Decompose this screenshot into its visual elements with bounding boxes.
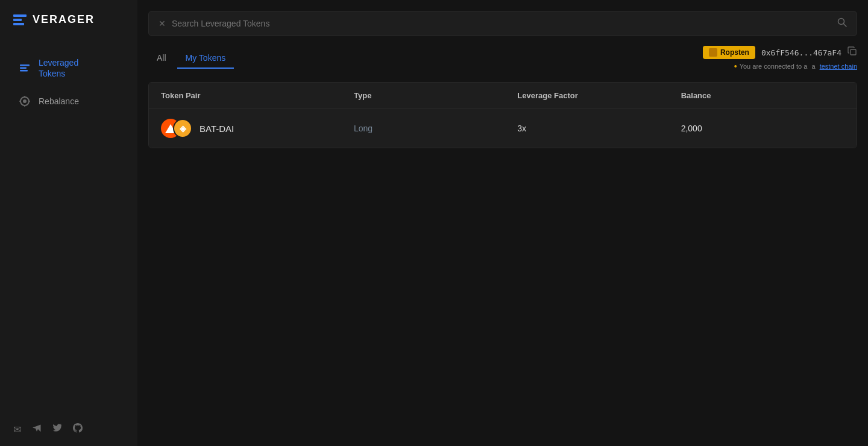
sidebar-item-label-leveraged-tokens: LeveragedTokens [39,57,78,79]
logo-area: VERAGER [0,0,137,43]
app-name: VERAGER [33,13,95,26]
tab-my-tokens[interactable]: My Tokens [177,48,234,69]
svg-rect-2 [20,70,28,72]
network-badge: Ropsten [703,46,755,59]
dai-icon [173,119,192,138]
copy-icon[interactable] [848,46,857,58]
main-content: ✕ All My Tokens Ropsten 0x6fF [137,0,868,446]
sidebar-item-rebalance[interactable]: Rebalance [5,87,133,115]
header-leverage-factor: Leverage Factor [517,91,681,100]
sidebar-item-leveraged-tokens[interactable]: LeveragedTokens [5,50,133,86]
github-icon[interactable] [73,423,83,435]
wallet-address: 0x6fF546...467aF4 [761,48,841,57]
rebalance-icon [18,95,31,108]
tabs: All My Tokens [148,48,234,69]
tabs-wallet-row: All My Tokens Ropsten 0x6fF546...467aF4 [137,36,868,71]
svg-rect-1 [20,68,27,69]
header-balance: Balance [681,91,844,100]
header-token-pair: Token Pair [161,91,354,100]
token-icons [161,118,192,139]
sidebar-item-label-rebalance: Rebalance [39,96,79,106]
search-close-icon[interactable]: ✕ [159,19,166,28]
sidebar: VERAGER LeveragedTokens [0,0,137,446]
tokens-table: Token Pair Type Leverage Factor Balance … [148,82,857,148]
svg-point-4 [23,99,27,103]
sidebar-footer: ✉ [0,412,137,446]
testnet-notice: • You are connected to a a testnet chain [734,61,857,71]
svg-rect-7 [851,49,856,55]
testnet-link[interactable]: testnet chain [820,63,857,70]
tab-all[interactable]: All [148,48,175,69]
search-bar[interactable]: ✕ [148,11,857,36]
leverage-cell: 3x [517,124,681,133]
table-header: Token Pair Type Leverage Factor Balance [149,83,857,109]
search-icon [837,17,847,30]
sidebar-nav: LeveragedTokens Rebalance [0,43,137,412]
type-cell: Long [354,124,517,133]
table-row[interactable]: BAT-DAI Long 3x 2,000 [149,109,857,148]
svg-rect-0 [20,64,30,66]
testnet-dot: • [734,61,737,71]
token-pair-cell: BAT-DAI [161,118,354,139]
balance-cell: 2,000 [681,124,844,133]
logo-icon [13,14,27,25]
token-pair-name: BAT-DAI [200,124,234,134]
telegram-icon[interactable] [32,424,42,435]
wallet-top: Ropsten 0x6fF546...467aF4 [703,46,857,59]
email-icon[interactable]: ✉ [13,424,21,435]
leveraged-tokens-icon [18,61,31,75]
search-input[interactable] [172,19,831,28]
twitter-icon[interactable] [52,423,62,435]
svg-line-6 [844,24,847,27]
network-badge-icon [709,48,717,57]
wallet-area: Ropsten 0x6fF546...467aF4 • You are conn… [703,46,857,71]
header-type: Type [354,91,517,100]
